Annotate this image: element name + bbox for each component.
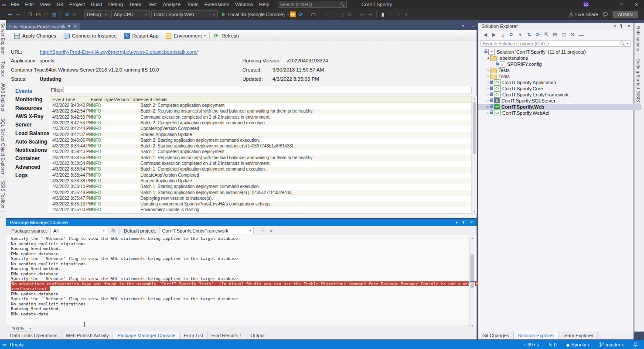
bottom-tab-error-list[interactable]: Error List (180, 332, 208, 339)
navigate-back-icon[interactable]: ⬅ (6, 10, 14, 18)
solution-configuration-dropdown[interactable]: Debug▾ (84, 10, 109, 18)
status-pencil[interactable]: ✎0 (549, 342, 557, 347)
pmc-title-bar[interactable]: Package Manager Console ▾ ✕ (6, 219, 477, 226)
background-tasks-icon[interactable]: ▭ (2, 342, 6, 347)
env-nav-aws-x-ray[interactable]: AWS X-Ray (15, 113, 44, 120)
stop-icon[interactable]: ■ (270, 229, 273, 233)
event-row[interactable]: 4/3/2022 8:35:03 PMINFOEnvironment updat… (49, 207, 472, 213)
command-restart-app[interactable]: ↻Restart App (120, 31, 162, 41)
left-tab-ssis-toolbox[interactable]: SSIS Toolbox (0, 178, 6, 212)
command-environment[interactable]: Environment▾ (162, 31, 209, 41)
unpin-icon[interactable]: — (578, 31, 585, 38)
window-position-icon[interactable]: ▾ (456, 220, 458, 225)
status-branch[interactable]: master▴ (599, 342, 624, 347)
solution-explorer-search-input[interactable] (481, 41, 620, 46)
menu-tools[interactable]: Tools (184, 0, 201, 9)
env-nav-advanced[interactable]: Advanced (15, 164, 40, 170)
side-tab-git-changes[interactable]: Git Changes (478, 332, 513, 339)
close-button[interactable]: ✕ (629, 0, 644, 9)
expander-collapsed-icon[interactable]: ▷ (486, 111, 490, 115)
event-row[interactable]: 4/3/2022 8:38:44 PMINFOUpdateAppVersion … (49, 173, 472, 178)
bottom-tab-package-manager-console[interactable]: Package Manager Console (113, 332, 180, 339)
env-nav-container[interactable]: Container (15, 155, 40, 161)
bookmark-overflow-icon[interactable]: ▾ (402, 10, 410, 18)
menu-build[interactable]: Build (88, 0, 106, 9)
home-icon[interactable]: ⌂ (499, 31, 506, 38)
tree-item-corrit-sporify-sqlserver[interactable]: ▷SCorrIT.Sporify.SQLServer (478, 98, 641, 104)
account-avatar[interactable]: CC (583, 1, 589, 7)
tree-item-ebextensions[interactable]: ◢.ebextensions (478, 55, 641, 61)
column-header[interactable]: Event Type (91, 97, 113, 102)
admin-button[interactable]: ADMIN (613, 11, 638, 18)
attach-to-process-icon[interactable]: ⏩ (289, 10, 297, 18)
expander-collapsed-icon[interactable]: ▷ (486, 87, 490, 90)
solution-platform-dropdown[interactable]: Any CPU▾ (111, 10, 150, 18)
right-tab-notifications[interactable]: Notifications (634, 23, 642, 55)
expander-collapsed-icon[interactable]: ▷ (486, 81, 490, 84)
menu-team[interactable]: Team (126, 0, 144, 9)
left-tab-aws-explorer[interactable]: AWS Explorer (0, 80, 6, 115)
menu-view[interactable]: View (37, 0, 54, 9)
preview-selected-items-icon[interactable]: ◫ (560, 31, 567, 38)
navigate-forward-icon[interactable]: ➡ (14, 10, 22, 18)
console-output[interactable]: Specify the '-Verbose' flag to view the … (6, 235, 477, 325)
feedback-icon[interactable] (603, 12, 608, 17)
maximize-button[interactable]: □ (614, 0, 629, 9)
expander-collapsed-icon[interactable]: ▷ (486, 68, 490, 72)
event-row[interactable]: 4/3/2022 8:35:47 PMINFODeploying new ver… (49, 196, 472, 202)
env-nav-events[interactable]: Events (15, 88, 32, 94)
quick-search-box[interactable]: Search (Ctrl+Q) (278, 1, 347, 8)
back-icon[interactable]: ◀ (482, 31, 489, 38)
sync-with-active-document-icon[interactable]: ⇅ (525, 31, 532, 38)
column-header[interactable]: Event Time (52, 97, 75, 102)
new-file-icon[interactable]: 🗋 (27, 10, 34, 18)
live-share-button[interactable]: Live Share (569, 12, 599, 17)
toolbar-overflow-icon[interactable]: ⋮ (330, 10, 338, 18)
pin-icon[interactable] (620, 24, 623, 28)
tree-item-corrit-sporify-entityframework[interactable]: ▷C#CorrIT.Sporify.EntityFramework (478, 92, 641, 98)
menu-file[interactable]: File (8, 0, 22, 9)
tree-item-tests[interactable]: ▷Tests (478, 67, 641, 73)
event-row[interactable]: 4/3/2022 8:42:37 PMINFOStarted Applicati… (49, 132, 472, 138)
status-repo[interactable]: ◆Sporify▴ (566, 342, 589, 347)
tree-item-tools[interactable]: ▷Tools (478, 73, 641, 79)
tree-item-corrit-sporify-webapi[interactable]: ▷C#CorrIT.Sporify.WebApi (478, 110, 641, 116)
pin-icon[interactable] (462, 220, 465, 225)
tree-item-corrit-sporify-core[interactable]: ▷C#CorrIT.Sporify.Core (478, 86, 641, 92)
solution-explorer-search-box[interactable]: ▾ (480, 40, 630, 47)
bookmark-icon[interactable]: ▮ (379, 10, 387, 18)
env-nav-logs[interactable]: Logs (15, 172, 28, 178)
event-row[interactable]: 4/3/2022 8:43:42 PMINFOBatch 2: Complete… (49, 103, 472, 109)
search-options-icon[interactable]: ▾ (627, 42, 628, 45)
event-row[interactable]: 4/3/2022 8:39:44 PMINFOBatch 2: Starting… (49, 144, 472, 149)
events-scrollbar[interactable]: ▲ ▼ (471, 96, 477, 214)
event-row[interactable]: 4/3/2022 8:39:43 PMINFOBatch 1: Complete… (49, 149, 472, 155)
command-connect-to-instance[interactable]: Connect to Instance (60, 31, 120, 41)
side-tab-solution-explorer[interactable]: Solution Explorer (513, 332, 559, 339)
find-in-files-icon[interactable]: 🗀 (310, 10, 317, 18)
env-nav-resources[interactable]: Resources (15, 105, 42, 111)
event-row[interactable]: 4/3/2022 8:40:06 PMINFOBatch 2: Starting… (49, 138, 472, 144)
menu-edit[interactable]: Edit (22, 0, 37, 9)
expander-collapsed-icon[interactable]: ▷ (486, 99, 490, 103)
menu-window[interactable]: Window (232, 0, 256, 9)
previous-bookmark-icon[interactable]: ⤴ (387, 10, 395, 18)
console-scrollbar[interactable]: ▲ ▼ (469, 236, 475, 328)
tab-close-icon[interactable]: ✕ (74, 24, 77, 29)
clear-console-icon[interactable]: ☰ (261, 228, 265, 233)
save-all-icon[interactable]: ▦ (50, 10, 58, 18)
expander-collapsed-icon[interactable]: ▷ (486, 105, 490, 109)
event-row[interactable]: 4/3/2022 8:42:44 PMINFOUpdateAppVersion … (49, 126, 472, 132)
env-nav-notifications[interactable]: Notifications (15, 147, 47, 153)
restart-debug-icon[interactable]: ⟳ (297, 10, 305, 18)
tab-options-icon[interactable]: ⌄ (471, 24, 474, 28)
bottom-tab-web-publish-activity[interactable]: Web Publish Activity (62, 332, 113, 339)
side-tab-team-explorer[interactable]: Team Explorer (559, 332, 598, 339)
event-row[interactable]: 4/3/2022 8:36:10 PMINFOBatch 1: Starting… (49, 184, 472, 190)
collapse-all-icon[interactable]: ⇱ (543, 31, 550, 38)
left-tab-toolbox[interactable]: Toolbox (0, 58, 6, 80)
expander-collapsed-icon[interactable]: ▷ (486, 93, 490, 96)
menu-debug[interactable]: Debug (105, 0, 126, 9)
menu-git[interactable]: Git (54, 0, 66, 9)
solution-explorer-title-bar[interactable]: Solution Explorer ▾ ✕ (478, 23, 634, 30)
